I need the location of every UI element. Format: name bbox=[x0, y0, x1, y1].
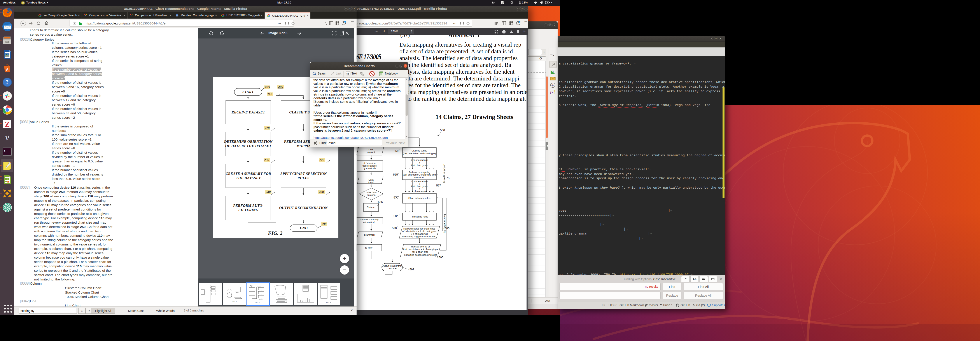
svg-text:280: 280 bbox=[319, 190, 324, 193]
svg-text:consumer: consumer bbox=[387, 267, 398, 270]
svg-text:START: START bbox=[242, 90, 254, 94]
svg-text:(per orientation and chart typ: (per orientation and chart type) bbox=[403, 152, 436, 155]
svg-text:FILTERING: FILTERING bbox=[238, 208, 259, 212]
svg-text:DETERMINE ORIENTATION: DETERMINE ORIENTATION bbox=[224, 140, 272, 144]
svg-text:FIG. 2: FIG. 2 bbox=[268, 230, 283, 236]
svg-text:CREATE A SUMMARY FOR: CREATE A SUMMARY FOR bbox=[226, 171, 271, 176]
svg-text:# of orientations x # of mappi: # of orientations x # of mappings bbox=[403, 248, 438, 251]
svg-text:220: 220 bbox=[264, 126, 270, 130]
svg-text:A: A bbox=[6, 68, 8, 71]
svg-text:d Selection,: d Selection, bbox=[364, 162, 376, 164]
svg-text:Classify series: Classify series bbox=[412, 149, 427, 152]
svg-text:Column: Column bbox=[367, 206, 375, 209]
svg-text:x: x bbox=[419, 161, 420, 164]
svg-text:OUTPUT RECOMENDATION: OUTPUT RECOMENDATION bbox=[279, 206, 328, 210]
svg-text:ty rows/cols: ty rows/cols bbox=[364, 167, 376, 170]
svg-text:Z: Z bbox=[5, 120, 10, 128]
svg-text:# of chart types: # of chart types bbox=[411, 164, 428, 167]
svg-text:FIG. 2: FIG. 2 bbox=[255, 301, 260, 304]
svg-text:orientation): orientation) bbox=[363, 221, 375, 224]
svg-text:Lock chart type flag: Lock chart type flag bbox=[443, 164, 445, 183]
svg-text:597: 597 bbox=[409, 268, 414, 271]
svg-text:500: 500 bbox=[440, 128, 445, 132]
svg-text:PERFORM AUTO-: PERFORM AUTO- bbox=[233, 203, 264, 208]
svg-text:input: input bbox=[368, 181, 374, 183]
svg-text:565: 565 bbox=[393, 173, 398, 176]
svg-text:of orientations x # of chart t: of orientations x # of chart types bbox=[402, 230, 436, 233]
svg-text:Formatting rules: Formatting rules bbox=[410, 215, 428, 218]
svg-text:Ranked scores for chart types: Ranked scores for chart types bbox=[403, 227, 436, 230]
svg-text:to-filter: to-filter bbox=[365, 246, 372, 249]
svg-text:mine data: mine data bbox=[366, 191, 377, 193]
svg-text:270: 270 bbox=[319, 158, 325, 162]
svg-text:535: 535 bbox=[378, 200, 383, 203]
svg-text:THE DATASET: THE DATASET bbox=[236, 176, 261, 180]
svg-text:200: 200 bbox=[278, 85, 283, 89]
svg-text:uous Ranges,: uous Ranges, bbox=[363, 164, 377, 167]
svg-text:dataset summary: dataset summary bbox=[360, 218, 379, 221]
svg-text:590: 590 bbox=[392, 227, 397, 230]
svg-text:b: b bbox=[348, 73, 349, 75]
svg-text:OF DATA IN THE DATASET: OF DATA IN THE DATASET bbox=[225, 144, 272, 148]
svg-text:560: 560 bbox=[394, 149, 399, 152]
svg-text:FIG. 1: FIG. 1 bbox=[232, 301, 237, 303]
svg-text:290: 290 bbox=[321, 222, 326, 226]
svg-text:567: 567 bbox=[436, 184, 441, 187]
svg-text:APPLY CHART SELECTION: APPLY CHART SELECTION bbox=[280, 171, 327, 176]
svg-text:# or orientations: # or orientations bbox=[411, 159, 428, 161]
svg-text:240: 240 bbox=[266, 190, 271, 193]
svg-text:User: User bbox=[368, 148, 374, 151]
svg-text:210: 210 bbox=[267, 92, 272, 96]
svg-text:Formatting suggestions include: Formatting suggestions included bbox=[402, 235, 436, 238]
svg-text:Lock formatting flag: Lock formatting flag bbox=[444, 214, 446, 233]
svg-text:for 1 chart type: for 1 chart type bbox=[412, 251, 428, 253]
svg-text:x # of mappings: x # of mappings bbox=[411, 233, 428, 235]
svg-text:595: 595 bbox=[439, 256, 444, 259]
svg-text:Ranked scores of: Ranked scores of bbox=[411, 245, 430, 248]
svg-text:230: 230 bbox=[264, 158, 269, 162]
svg-text:Output to algorithm: Output to algorithm bbox=[382, 265, 402, 267]
svg-text:dataset: dataset bbox=[367, 151, 375, 154]
svg-text:FIG. 5: FIG. 5 bbox=[326, 301, 331, 304]
svg-text:Formatting suggestions include: Formatting suggestions included bbox=[403, 254, 437, 256]
svg-text:END: END bbox=[299, 226, 307, 230]
svg-text:>_: >_ bbox=[4, 149, 8, 153]
svg-text:entation: entation bbox=[367, 193, 375, 196]
svg-text:t summary: t summary bbox=[364, 233, 375, 236]
svg-text:# of mappings: # of mappings bbox=[412, 190, 427, 192]
svg-text:Chart selection rules: Chart selection rules bbox=[409, 197, 431, 199]
svg-text:205: 205 bbox=[265, 86, 270, 89]
svg-text:RULES: RULES bbox=[297, 176, 310, 180]
svg-text:fx: fx bbox=[550, 90, 554, 94]
svg-text:RECEIVE DATASET: RECEIVE DATASET bbox=[231, 110, 265, 114]
svg-text:ν: ν bbox=[5, 133, 9, 142]
svg-text:mapping): mapping) bbox=[414, 176, 425, 178]
svg-text:a: a bbox=[347, 72, 348, 74]
svg-text:T: T bbox=[552, 70, 555, 74]
svg-text:570: 570 bbox=[393, 196, 398, 199]
svg-text:580: 580 bbox=[393, 214, 398, 218]
svg-text:?: ? bbox=[6, 79, 9, 85]
